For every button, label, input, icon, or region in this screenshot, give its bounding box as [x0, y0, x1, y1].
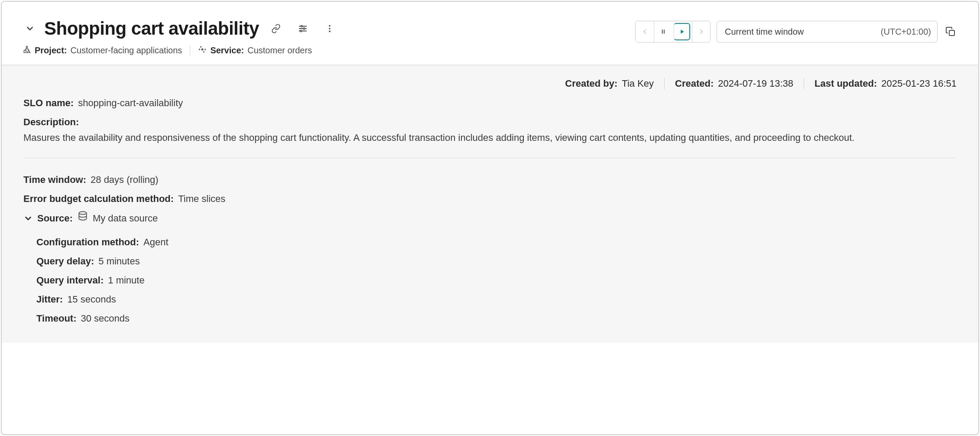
description-value: Masures the availability and responsiven…	[23, 131, 957, 145]
last-updated-value: 2025-01-23 16:51	[881, 78, 957, 89]
created-by-label: Created by:	[565, 78, 617, 89]
page-header: Shopping cart availability	[2, 2, 978, 65]
database-icon	[77, 211, 88, 226]
pause-button[interactable]	[654, 21, 672, 42]
service-meta[interactable]: Service: Customer orders	[198, 45, 312, 56]
service-icon	[198, 45, 207, 56]
timezone-label: (UTC+01:00)	[881, 27, 931, 37]
svg-point-6	[329, 25, 331, 27]
timeout-label: Timeout:	[36, 312, 76, 325]
svg-point-16	[201, 49, 204, 51]
last-updated-label: Last updated:	[815, 78, 877, 89]
time-window-detail-label: Time window:	[23, 173, 86, 187]
page-title: Shopping cart availability	[44, 18, 259, 39]
copy-icon[interactable]	[944, 25, 957, 39]
created-value: 2024-07-19 13:38	[718, 78, 793, 89]
more-menu-icon[interactable]	[322, 21, 337, 36]
description-label: Description:	[23, 115, 957, 129]
slo-name-value: shopping-cart-availability	[78, 96, 183, 110]
project-icon	[23, 45, 31, 56]
query-interval-label: Query interval:	[36, 273, 104, 287]
play-button[interactable]	[674, 23, 690, 40]
service-value: Customer orders	[247, 46, 312, 55]
meta-separator	[190, 46, 190, 55]
source-collapse-toggle[interactable]	[23, 214, 33, 223]
query-delay-label: Query delay:	[36, 254, 94, 268]
svg-point-20	[203, 51, 204, 52]
svg-rect-22	[664, 29, 665, 33]
time-prev-button[interactable]	[636, 21, 654, 42]
svg-rect-21	[662, 29, 662, 33]
project-meta[interactable]: Project: Customer-facing applications	[23, 45, 182, 56]
svg-point-17	[199, 49, 200, 50]
collapse-toggle[interactable]	[23, 21, 37, 36]
svg-point-3	[303, 28, 305, 29]
config-method-value: Agent	[143, 235, 169, 249]
source-label: Source:	[37, 211, 73, 225]
project-label: Project:	[35, 46, 67, 55]
calc-method-label: Error budget calculation method:	[23, 192, 174, 206]
config-method-label: Configuration method:	[36, 235, 139, 249]
svg-marker-11	[27, 50, 30, 53]
svg-point-5	[300, 30, 302, 32]
time-nav-group	[635, 21, 711, 42]
svg-point-19	[200, 46, 201, 48]
query-delay-value: 5 minutes	[98, 254, 140, 268]
audit-info: Created by: Tia Key Created: 2024-07-19 …	[23, 78, 957, 89]
timeout-value: 30 seconds	[81, 312, 130, 325]
source-details: Configuration method: Agent Query delay:…	[36, 235, 957, 325]
time-next-button[interactable]	[692, 21, 710, 42]
jitter-value: 15 seconds	[67, 293, 116, 306]
time-window-label: Current time window	[725, 27, 804, 37]
query-interval-value: 1 minute	[108, 273, 144, 287]
info-separator	[804, 78, 804, 89]
jitter-label: Jitter:	[36, 293, 63, 306]
service-label: Service:	[210, 46, 244, 55]
section-divider	[23, 158, 957, 158]
svg-point-8	[329, 31, 331, 33]
svg-marker-23	[681, 29, 684, 33]
calc-method-value: Time slices	[178, 192, 225, 206]
time-window-selector[interactable]: Current time window (UTC+01:00)	[717, 21, 938, 42]
time-window-detail-value: 28 days (rolling)	[91, 173, 159, 187]
info-separator	[664, 78, 665, 89]
svg-rect-24	[949, 30, 954, 36]
svg-point-18	[204, 49, 206, 50]
created-label: Created:	[675, 78, 714, 89]
project-value: Customer-facing applications	[70, 46, 182, 55]
svg-line-15	[28, 49, 29, 50]
source-value: My data source	[93, 211, 158, 225]
slo-name-label: SLO name:	[23, 96, 74, 110]
svg-point-1	[301, 26, 302, 27]
link-icon[interactable]	[269, 21, 283, 36]
svg-point-7	[329, 28, 331, 29]
settings-sliders-icon[interactable]	[295, 21, 310, 36]
created-by-value: Tia Key	[622, 78, 654, 89]
svg-line-14	[25, 49, 26, 50]
svg-point-25	[79, 212, 86, 215]
details-panel: Created by: Tia Key Created: 2024-07-19 …	[2, 65, 978, 343]
